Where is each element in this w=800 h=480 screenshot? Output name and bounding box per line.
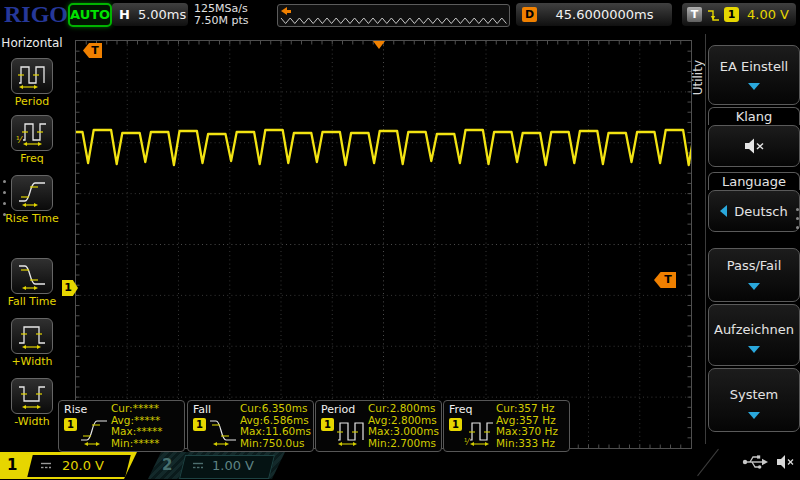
menu-item-language-label: Language xyxy=(708,172,800,190)
period-icon xyxy=(336,415,366,448)
speaker-muted-icon xyxy=(776,454,795,470)
measurement-panel-fall: Fall 1 Cur:6.350ms Avg:6.586ms Max:11.60… xyxy=(187,400,314,452)
measurement-values: Cur:***** Avg:***** Max:***** Min:***** xyxy=(111,403,163,449)
preview-position-marker-icon xyxy=(281,7,292,15)
fall-time-icon xyxy=(208,415,238,448)
right-menu-page-dots xyxy=(796,208,799,229)
delay-label: D xyxy=(522,7,537,22)
delay-box[interactable]: D 45.6000000ms xyxy=(516,3,672,26)
svg-text:⅟: ⅟ xyxy=(16,135,23,145)
waveform-preview[interactable] xyxy=(277,4,510,27)
menu-tab-title: Utility xyxy=(691,60,705,95)
chevron-left-icon xyxy=(720,205,727,217)
trigger-source-badge: 1 xyxy=(724,7,739,22)
trigger-level-value: 4.00 V xyxy=(747,7,789,22)
channel2-scale: 1.00 V xyxy=(212,458,254,473)
delay-value: 45.6000000ms xyxy=(537,7,672,22)
horizontal-scale-value: 5.00ms xyxy=(138,7,186,22)
freq-icon: ⅟ xyxy=(16,118,48,148)
trigger-label: T xyxy=(687,7,702,22)
right-soft-menu: Utility EA Einstell Klang Language Deuts… xyxy=(692,30,800,450)
oscilloscope-screen: RIGOL AUTO H 5.00ms 125MSa/s 7.50M pts D… xyxy=(0,0,800,480)
language-value: Deutsch xyxy=(734,204,788,219)
menu-item-system[interactable]: System xyxy=(708,368,800,432)
rise-time-icon xyxy=(16,178,48,208)
chevron-down-icon xyxy=(748,412,760,419)
measure-item-fall-time[interactable]: Fall Time xyxy=(0,258,64,308)
speaker-muted-icon xyxy=(743,137,765,155)
fall-time-icon xyxy=(16,261,48,291)
chevron-down-icon xyxy=(748,83,760,90)
channel2-number: 2 xyxy=(162,456,172,474)
measurement-panel-rise: Rise 1 Cur:***** Avg:***** Max:***** Min… xyxy=(58,400,185,452)
system-status-icons xyxy=(742,453,795,470)
menu-frame-line xyxy=(705,34,706,444)
period-icon xyxy=(16,61,48,91)
rise-time-icon xyxy=(79,415,109,448)
left-measure-menu: Horizontal Period ⅟ Freq xyxy=(0,30,64,450)
measurement-values: Cur:6.350ms Avg:6.586ms Max:11.60ms Min:… xyxy=(240,403,311,449)
channel1-scale: 20.0 V xyxy=(62,458,104,473)
left-menu-title: Horizontal xyxy=(0,36,64,50)
menu-item-pass-fail[interactable]: Pass/Fail xyxy=(708,248,800,302)
plus-width-icon xyxy=(16,321,48,351)
channel1-waveform xyxy=(76,41,691,448)
menu-item-record[interactable]: Aufzeichnen xyxy=(708,304,800,366)
graticule: T T 1 xyxy=(75,40,692,449)
dc-coupling-icon xyxy=(192,461,205,471)
measure-item-freq[interactable]: ⅟ Freq xyxy=(0,115,64,165)
measurement-source-badge: 1 xyxy=(64,418,77,431)
menu-item-sound[interactable] xyxy=(708,125,800,167)
freq-icon: ⅟ xyxy=(464,415,494,448)
left-menu-page-dots xyxy=(3,180,6,216)
measurement-panel-freq: Freq 1 ⅟ Cur:357 Hz Avg:357 Hz Max:370 H… xyxy=(443,400,570,452)
menu-item-io-setup[interactable]: EA Einstell xyxy=(708,45,800,105)
measurement-source-badge: 1 xyxy=(321,418,334,431)
channel1-status[interactable]: 1 20.0 V xyxy=(0,452,142,479)
horizontal-scale-box[interactable]: H 5.00ms xyxy=(112,3,188,26)
usb-icon xyxy=(742,453,769,470)
trigger-position-marker-icon xyxy=(373,41,385,49)
measurement-source-badge: 1 xyxy=(193,418,206,431)
chevron-down-icon xyxy=(748,283,760,290)
preview-waveform-icon xyxy=(278,5,507,24)
measure-item-period[interactable]: Period xyxy=(0,58,64,108)
menu-item-language[interactable]: Deutsch xyxy=(708,190,800,232)
memory-depth: 7.50M pts xyxy=(194,15,249,27)
menu-item-sound-label: Klang xyxy=(708,107,800,125)
trigger-box[interactable]: T 1 4.00 V xyxy=(682,3,796,26)
measurement-panel-period: Period 1 Cur:2.800ms Avg:2.800ms Max:3.0… xyxy=(315,400,442,452)
horizontal-label: H xyxy=(119,7,130,22)
channel1-number: 1 xyxy=(7,456,17,474)
measurement-values: Cur:357 Hz Avg:357 Hz Max:370 Hz Min:333… xyxy=(496,403,558,449)
minus-width-icon xyxy=(16,381,48,411)
svg-text:⅟: ⅟ xyxy=(464,438,471,447)
acquisition-info: 125MSa/s 7.50M pts xyxy=(194,3,249,27)
channel2-status[interactable]: 2 1.00 V xyxy=(148,452,285,479)
dc-coupling-icon xyxy=(40,461,53,471)
run-status-badge: AUTO xyxy=(68,3,112,27)
measure-item-minus-width[interactable]: -Width xyxy=(0,378,64,428)
measurement-source-badge: 1 xyxy=(449,418,462,431)
falling-edge-icon xyxy=(707,7,720,23)
chevron-down-icon xyxy=(748,346,760,353)
measurement-values: Cur:2.800ms Avg:2.800ms Max:3.000ms Min:… xyxy=(368,403,439,449)
channel-status-bar: 1 20.0 V 2 1.00 V xyxy=(0,450,800,480)
measure-item-rise-time[interactable]: Rise Time xyxy=(0,175,64,225)
measure-item-plus-width[interactable]: +Width xyxy=(0,318,64,368)
